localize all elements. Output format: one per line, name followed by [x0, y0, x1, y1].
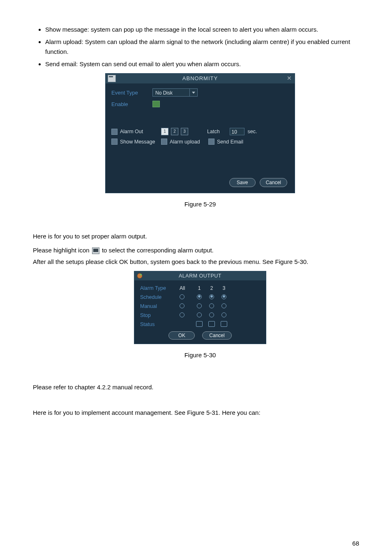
alarm-out-label: Alarm Out: [120, 129, 154, 134]
alarm-out-channel-1[interactable]: 1: [161, 128, 168, 135]
dialog-title: ABNORMITY: [182, 75, 218, 81]
status-box-1: [196, 321, 203, 327]
cancel-button[interactable]: Cancel: [202, 331, 231, 340]
status-box-3: [221, 321, 227, 327]
send-email-label: Send Email: [217, 139, 243, 145]
stop-label: Stop: [140, 312, 180, 318]
ok-button[interactable]: OK: [168, 331, 195, 340]
dialog-title: ALARM OUTPUT: [179, 273, 221, 279]
col-header-1: 1: [196, 285, 203, 291]
status-label: Status: [140, 321, 180, 327]
alarm-upload-checkbox[interactable]: [161, 139, 167, 145]
paragraph: Here is for you to implement account man…: [33, 408, 367, 418]
enable-label: Enable: [111, 101, 152, 107]
cancel-button[interactable]: Cancel: [260, 178, 287, 187]
figure-label-2: Figure 5-30: [33, 352, 367, 358]
manual-radio-2[interactable]: [209, 303, 214, 308]
send-email-checkbox[interactable]: [208, 139, 214, 145]
dialog-icon: [136, 273, 143, 278]
alarm-out-channel-2[interactable]: 2: [171, 128, 178, 135]
paragraph: Here is for you to set proper alarm outp…: [33, 231, 367, 241]
save-button[interactable]: Save: [229, 178, 256, 187]
show-message-checkbox[interactable]: [111, 139, 118, 145]
paragraph: After all the setups please click OK but…: [33, 257, 367, 267]
dialog-titlebar: ALARM OUTPUT: [134, 271, 266, 280]
manual-radio-1[interactable]: [197, 303, 202, 308]
latch-input[interactable]: 10: [230, 128, 244, 135]
event-type-select[interactable]: No Disk: [152, 88, 198, 97]
enable-checkbox[interactable]: [152, 101, 160, 107]
dialog-icon: [108, 75, 116, 82]
close-icon[interactable]: ✕: [286, 75, 293, 81]
stop-radio-1[interactable]: [197, 312, 202, 317]
alarm-output-dialog: ALARM OUTPUT Alarm Type All 1 2 3 Schedu…: [134, 271, 266, 344]
schedule-radio-3[interactable]: [221, 294, 226, 299]
schedule-radio-2[interactable]: [209, 294, 214, 299]
bullet-item: Send email: System can send out email to…: [45, 59, 367, 69]
stop-radio-2[interactable]: [209, 312, 214, 317]
schedule-radio-1[interactable]: [197, 294, 202, 299]
alarm-out-checkbox[interactable]: [111, 129, 118, 135]
alarm-out-channel-3[interactable]: 3: [181, 128, 188, 135]
schedule-all-radio[interactable]: [180, 294, 184, 299]
status-box-2: [208, 321, 215, 327]
show-message-label: Show Message: [120, 139, 154, 145]
svg-point-1: [140, 274, 142, 275]
col-header-3: 3: [221, 285, 227, 291]
bullet-list: Show message: system can pop up the mess…: [45, 25, 367, 69]
manual-radio-3[interactable]: [221, 303, 226, 308]
stop-radio-3[interactable]: [221, 312, 226, 317]
paragraph: Please refer to chapter 4.2.2 manual rec…: [33, 382, 367, 392]
event-type-value: No Disk: [155, 90, 173, 96]
stop-all-radio[interactable]: [180, 312, 184, 317]
schedule-label: Schedule: [140, 294, 180, 300]
page-number: 68: [352, 540, 359, 547]
dialog-titlebar: ABNORMITY ✕: [106, 74, 295, 83]
manual-all-radio[interactable]: [180, 303, 184, 308]
bullet-item: Show message: system can pop up the mess…: [45, 25, 367, 35]
event-type-label: Event Type: [111, 90, 152, 96]
abnormity-dialog: ABNORMITY ✕ Event Type No Disk Enable: [105, 73, 295, 193]
highlight-box-icon: [92, 247, 99, 254]
paragraph: Please highlight icon to select the corr…: [33, 245, 367, 255]
latch-label: Latch: [207, 129, 220, 134]
col-header-2: 2: [208, 285, 215, 291]
chevron-down-icon[interactable]: [189, 89, 197, 96]
bullet-item: Alarm upload: System can upload the alar…: [45, 37, 367, 57]
manual-label: Manual: [140, 303, 180, 309]
all-column-header: All: [180, 285, 196, 291]
alarm-upload-label: Alarm upload: [170, 139, 202, 145]
alarm-type-label: Alarm Type: [140, 285, 180, 291]
latch-unit: sec.: [248, 129, 257, 134]
figure-label-1: Figure 5-29: [33, 201, 367, 208]
